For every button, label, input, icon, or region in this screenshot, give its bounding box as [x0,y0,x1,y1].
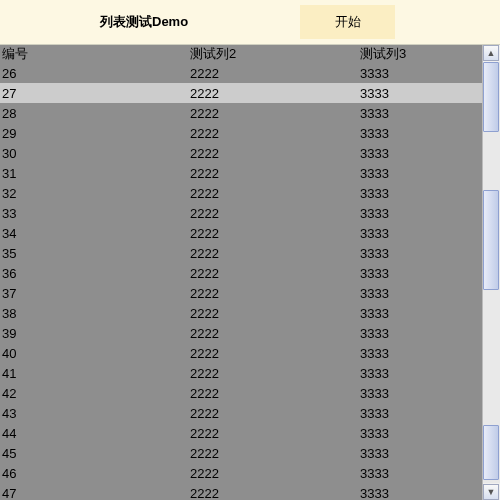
cell-id: 38 [0,306,190,321]
cell-id: 30 [0,146,190,161]
scroll-thumb[interactable] [483,190,499,290]
cell-id: 37 [0,286,190,301]
cell-col3: 3333 [360,386,482,401]
cell-col3: 3333 [360,86,482,101]
cell-id: 46 [0,466,190,481]
cell-col3: 3333 [360,246,482,261]
cell-col3: 3333 [360,266,482,281]
cell-col2: 2222 [190,286,360,301]
cell-col2: 2222 [190,126,360,141]
table-row[interactable]: 3522223333 [0,243,482,263]
cell-col2: 2222 [190,426,360,441]
table-row[interactable]: 3922223333 [0,323,482,343]
cell-col2: 2222 [190,466,360,481]
cell-col2: 2222 [190,106,360,121]
table-row[interactable]: 4022223333 [0,343,482,363]
table-row[interactable]: 4222223333 [0,383,482,403]
table-row[interactable]: 4122223333 [0,363,482,383]
cell-col3: 3333 [360,126,482,141]
cell-col3: 3333 [360,406,482,421]
cell-id: 32 [0,186,190,201]
cell-col2: 2222 [190,386,360,401]
cell-id: 36 [0,266,190,281]
table-row[interactable]: 3422223333 [0,223,482,243]
table-row[interactable]: 4422223333 [0,423,482,443]
cell-col2: 2222 [190,206,360,221]
cell-col2: 2222 [190,486,360,501]
scroll-up-button[interactable]: ▲ [483,45,499,61]
cell-id: 44 [0,426,190,441]
start-button[interactable]: 开始 [300,5,395,39]
cell-col3: 3333 [360,66,482,81]
cell-id: 28 [0,106,190,121]
cell-col3: 3333 [360,306,482,321]
cell-id: 35 [0,246,190,261]
cell-col2: 2222 [190,326,360,341]
cell-col2: 2222 [190,226,360,241]
cell-id: 47 [0,486,190,501]
cell-col2: 2222 [190,246,360,261]
column-header-col3[interactable]: 测试列3 [360,45,482,63]
vertical-scrollbar[interactable]: ▲ ▼ [482,45,500,500]
cell-col2: 2222 [190,346,360,361]
cell-id: 40 [0,346,190,361]
table: 编号 测试列2 测试列3 262222333327222233332822223… [0,45,482,500]
cell-col3: 3333 [360,326,482,341]
column-header-id[interactable]: 编号 [0,45,190,63]
cell-id: 42 [0,386,190,401]
scroll-down-button[interactable]: ▼ [483,484,499,500]
table-row[interactable]: 2922223333 [0,123,482,143]
cell-col3: 3333 [360,146,482,161]
cell-id: 45 [0,446,190,461]
cell-col3: 3333 [360,206,482,221]
table-row[interactable]: 4522223333 [0,443,482,463]
cell-col3: 3333 [360,366,482,381]
cell-col2: 2222 [190,306,360,321]
cell-col3: 3333 [360,426,482,441]
cell-col3: 3333 [360,446,482,461]
cell-col3: 3333 [360,166,482,181]
scroll-thumb[interactable] [483,62,499,132]
table-row[interactable]: 3322223333 [0,203,482,223]
table-row[interactable]: 3722223333 [0,283,482,303]
cell-id: 31 [0,166,190,181]
cell-col2: 2222 [190,406,360,421]
cell-col2: 2222 [190,66,360,81]
table-row[interactable]: 2722223333 [0,83,482,103]
cell-col3: 3333 [360,486,482,501]
table-row[interactable]: 3822223333 [0,303,482,323]
page-title: 列表测试Demo [100,13,188,31]
column-header-col2[interactable]: 测试列2 [190,45,360,63]
table-row[interactable]: 3622223333 [0,263,482,283]
cell-col3: 3333 [360,466,482,481]
table-row[interactable]: 4622223333 [0,463,482,483]
cell-col2: 2222 [190,446,360,461]
cell-col3: 3333 [360,226,482,241]
table-row[interactable]: 2622223333 [0,63,482,83]
table-body: 2622223333272222333328222233332922223333… [0,63,482,500]
column-headers: 编号 测试列2 测试列3 [0,45,482,63]
cell-id: 41 [0,366,190,381]
table-row[interactable]: 4722223333 [0,483,482,500]
cell-id: 26 [0,66,190,81]
cell-id: 29 [0,126,190,141]
cell-col2: 2222 [190,266,360,281]
header-bar: 列表测试Demo 开始 [0,0,500,45]
cell-id: 27 [0,86,190,101]
cell-col2: 2222 [190,366,360,381]
cell-id: 34 [0,226,190,241]
cell-col3: 3333 [360,286,482,301]
cell-col3: 3333 [360,106,482,121]
cell-id: 39 [0,326,190,341]
cell-col2: 2222 [190,146,360,161]
table-row[interactable]: 3122223333 [0,163,482,183]
scroll-thumb[interactable] [483,425,499,480]
cell-id: 33 [0,206,190,221]
cell-col2: 2222 [190,166,360,181]
table-area: 编号 测试列2 测试列3 262222333327222233332822223… [0,45,500,500]
table-row[interactable]: 3222223333 [0,183,482,203]
cell-col3: 3333 [360,346,482,361]
table-row[interactable]: 3022223333 [0,143,482,163]
table-row[interactable]: 4322223333 [0,403,482,423]
table-row[interactable]: 2822223333 [0,103,482,123]
